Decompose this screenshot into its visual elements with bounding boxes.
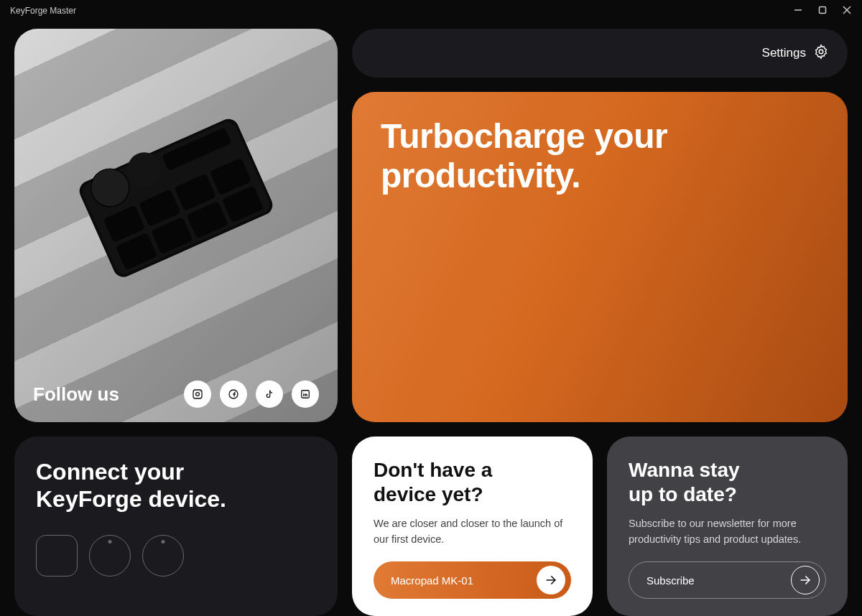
settings-label: Settings xyxy=(762,46,806,60)
follow-card: Follow us xyxy=(14,29,338,422)
device-promo-body: We are closer and closer to the launch o… xyxy=(374,516,571,548)
newsletter-title: Wanna stay up to date? xyxy=(629,458,826,506)
svg-point-19 xyxy=(196,393,200,396)
device-slot-dial-2[interactable] xyxy=(142,535,184,577)
window-controls xyxy=(793,5,852,17)
arrow-right-icon xyxy=(537,566,565,594)
svg-rect-1 xyxy=(820,6,826,13)
device-promo-title: Don't have a device yet? xyxy=(374,458,571,506)
tiktok-icon[interactable] xyxy=(256,381,283,408)
device-slots xyxy=(36,535,316,577)
svg-point-20 xyxy=(200,391,200,392)
macropad-label: Macropad MK-01 xyxy=(391,574,473,587)
connect-card: Connect your KeyForge device. xyxy=(14,437,338,616)
hero-card: Turbocharge your productivity. xyxy=(352,92,848,422)
hero-headline: Turbocharge your productivity. xyxy=(381,116,819,195)
newsletter-body: Subscribe to our newsletter for more pro… xyxy=(629,516,826,548)
svg-point-25 xyxy=(819,50,823,54)
close-button[interactable] xyxy=(842,5,852,17)
titlebar: KeyForge Master xyxy=(0,0,862,22)
arrow-right-icon xyxy=(791,566,820,594)
connect-title: Connect your KeyForge device. xyxy=(36,458,316,513)
app-title: KeyForge Master xyxy=(10,6,76,16)
product-image xyxy=(47,60,305,336)
device-slot-keypad[interactable] xyxy=(36,535,78,577)
maximize-button[interactable] xyxy=(817,5,828,17)
device-promo-card: Don't have a device yet? We are closer a… xyxy=(352,437,593,616)
facebook-icon[interactable] xyxy=(220,381,247,408)
linkedin-icon[interactable] xyxy=(292,381,319,408)
newsletter-card: Wanna stay up to date? Subscribe to our … xyxy=(607,437,848,616)
subscribe-button[interactable]: Subscribe xyxy=(629,561,826,599)
settings-button[interactable]: Settings xyxy=(352,29,848,78)
subscribe-label: Subscribe xyxy=(646,574,695,587)
instagram-icon[interactable] xyxy=(184,381,211,408)
svg-point-24 xyxy=(303,392,304,393)
device-slot-dial-1[interactable] xyxy=(89,535,131,577)
gear-icon xyxy=(813,44,829,63)
svg-rect-18 xyxy=(193,390,202,398)
macropad-button[interactable]: Macropad MK-01 xyxy=(374,561,571,599)
minimize-button[interactable] xyxy=(793,5,803,17)
follow-title: Follow us xyxy=(33,383,119,406)
